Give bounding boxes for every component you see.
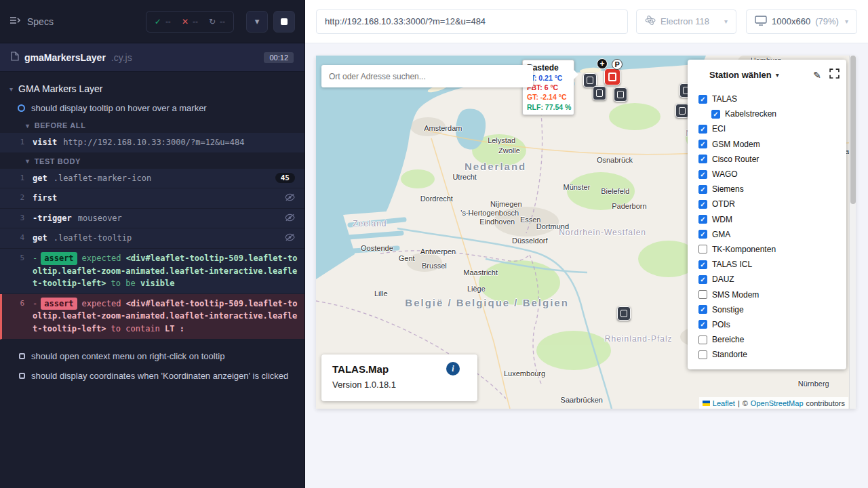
- layer-checkbox[interactable]: ✓: [698, 155, 707, 163]
- copyright-symbol: ©: [743, 399, 748, 407]
- search-input[interactable]: [321, 72, 533, 81]
- layer-checkbox[interactable]: ✓: [698, 140, 707, 148]
- command-number: 3: [0, 212, 33, 224]
- layer-checkbox-row[interactable]: ✓Kabelstrecken: [694, 106, 840, 121]
- layer-checkbox[interactable]: ✓: [698, 275, 707, 284]
- layer-checkbox[interactable]: ✓: [698, 260, 707, 269]
- command-body: -assertexpected <div#leaflet-tooltip-509…: [33, 298, 299, 336]
- tooltip-values: LT: 0.21 °CFBT: 6 °CGT: -2.14 °CRLF: 77.…: [527, 73, 570, 112]
- map-attribution: Leaflet | © OpenStreetMap contributors: [699, 397, 848, 409]
- layer-checkbox-row[interactable]: ✓WDM: [694, 212, 840, 227]
- layer-checkbox[interactable]: ✓: [698, 200, 707, 209]
- hidden-element-icon: [285, 214, 295, 224]
- layer-checkbox-row[interactable]: Bereiche: [694, 332, 840, 347]
- command-row[interactable]: 5-assertexpected <div#leaflet-tooltip-50…: [0, 249, 304, 294]
- station-dropdown[interactable]: Station wählen: [709, 70, 772, 80]
- layer-checkbox-row[interactable]: ✓DAUZ: [694, 272, 840, 287]
- layer-label: Sonstige: [712, 305, 744, 314]
- command-args: mouseover: [78, 214, 122, 223]
- command-row[interactable]: 3-triggermouseover: [0, 209, 304, 229]
- layer-checkbox-row[interactable]: ✓GSM Modem: [694, 137, 840, 152]
- hidden-element-icon: [285, 193, 295, 203]
- viewport-select[interactable]: 1000x660 (79%) ▾: [746, 9, 857, 34]
- map-marker-station[interactable]: [614, 87, 627, 102]
- pending-test-row[interactable]: should display coordinates when 'Koordin…: [0, 366, 304, 386]
- chevron-down-icon[interactable]: ▾: [776, 71, 779, 79]
- scrollbar-thumb[interactable]: [850, 56, 856, 204]
- layer-checkbox[interactable]: ✓: [698, 230, 707, 239]
- command-args: .leaflet-marker-icon: [54, 174, 152, 183]
- command-row[interactable]: 4get.leaflet-tooltip: [0, 228, 304, 249]
- layer-checkbox-row[interactable]: TK-Komponenten: [694, 242, 840, 257]
- command-row[interactable]: 1visithttp://192.168.10.33:3000/?m=12&u=…: [0, 133, 304, 153]
- map-marker-station[interactable]: [593, 86, 606, 100]
- layer-checkbox-row[interactable]: SMS Modem: [694, 287, 840, 302]
- attribution-separator: |: [738, 399, 740, 407]
- page-scrollbar[interactable]: [849, 56, 856, 409]
- specs-menu-icon[interactable]: [9, 16, 20, 28]
- map-marker-station[interactable]: [583, 73, 597, 87]
- layer-checkbox-row[interactable]: ✓WAGO: [694, 167, 840, 182]
- reporter-actions: ▾: [246, 11, 295, 33]
- stat-pending: ↻--: [209, 17, 225, 26]
- command-number: 5: [0, 252, 33, 264]
- layer-checkbox[interactable]: ✓: [698, 125, 707, 134]
- layer-checkbox[interactable]: [698, 290, 707, 299]
- layer-checkbox-row[interactable]: ✓Siemens: [694, 182, 840, 197]
- layer-checkbox-row[interactable]: ✓TALAS: [694, 92, 840, 106]
- layer-checkbox-row[interactable]: ✓TALAS ICL: [694, 257, 840, 272]
- url-input[interactable]: [316, 9, 628, 34]
- about-box: TALAS.Map i Version 1.0.18.1: [321, 354, 477, 401]
- info-icon[interactable]: i: [446, 362, 460, 375]
- layer-checkbox[interactable]: ✓: [698, 185, 707, 194]
- expand-icon[interactable]: [829, 68, 840, 81]
- tooltip-row: RLF: 77.54 %: [527, 102, 570, 112]
- specs-title[interactable]: Specs: [27, 16, 54, 27]
- attribution-suffix: contributors: [806, 399, 845, 407]
- layer-checkbox[interactable]: ✓: [698, 95, 707, 104]
- command-number: 2: [0, 192, 33, 204]
- layer-label: TALAS: [712, 94, 737, 104]
- map-marker-station[interactable]: [617, 306, 631, 321]
- collapse-all-button[interactable]: ▾: [246, 11, 268, 33]
- suite-row[interactable]: ▾ GMA Markers Layer: [0, 79, 304, 99]
- chevron-down-icon: ▾: [724, 18, 728, 25]
- layer-checkbox[interactable]: [698, 245, 707, 253]
- layer-checkbox[interactable]: [698, 350, 707, 359]
- assert-part: expected: [82, 299, 126, 308]
- leaflet-link[interactable]: Leaflet: [713, 399, 735, 407]
- section-header[interactable]: ▾BEFORE ALL: [0, 117, 304, 133]
- reporter-topbar: Specs ✓--✕--↻-- ▾: [0, 0, 304, 43]
- layer-checkbox[interactable]: ✓: [698, 305, 707, 314]
- command-row[interactable]: 2first: [0, 188, 304, 209]
- browser-select[interactable]: Electron 118 ▾: [636, 9, 736, 34]
- spec-header[interactable]: gmaMarkersLayer .cy.js 00:12: [0, 43, 304, 72]
- layer-checkbox-row[interactable]: ✓POIs: [694, 317, 840, 332]
- layer-checkbox-row[interactable]: ✓GMA: [694, 227, 840, 242]
- command-number: 4: [0, 232, 33, 244]
- osm-link[interactable]: OpenStreetMap: [751, 399, 804, 407]
- command-row[interactable]: 6-assertexpected <div#leaflet-tooltip-50…: [0, 294, 304, 340]
- command-body: get.leaflet-tooltip: [33, 232, 279, 245]
- section-header[interactable]: ▾TEST BODY: [0, 153, 304, 169]
- layer-checkbox[interactable]: [698, 336, 707, 344]
- command-row[interactable]: 1get.leaflet-marker-icon45: [0, 169, 304, 189]
- active-test-row[interactable]: should display tooltip on hover over a m…: [0, 99, 304, 117]
- layer-checkbox-row[interactable]: ✓Cisco Router: [694, 152, 840, 167]
- edit-pencil-icon[interactable]: ✎: [813, 70, 821, 81]
- caret-down-icon: ▾: [26, 157, 30, 165]
- leaflet-map[interactable]: HamburgBremenNiedersachsenHannoverOsnabr…: [316, 56, 856, 409]
- layer-checkbox-row[interactable]: ✓ECI: [694, 121, 840, 136]
- layer-checkbox[interactable]: ✓: [711, 110, 720, 119]
- layer-checkbox[interactable]: ✓: [698, 215, 707, 224]
- layer-checkbox-row[interactable]: Standorte: [694, 347, 840, 362]
- layer-checkbox-row[interactable]: ✓Sonstige: [694, 302, 840, 317]
- stop-run-button[interactable]: [273, 11, 295, 33]
- pending-test-row[interactable]: should open context menu on right-click …: [0, 346, 304, 366]
- layer-checkbox[interactable]: ✓: [698, 170, 707, 179]
- layer-checkbox[interactable]: ✓: [698, 320, 707, 329]
- layer-checkbox-row[interactable]: ✓OTDR: [694, 197, 840, 211]
- map-marker-plus[interactable]: +: [597, 58, 608, 69]
- tooltip-row: LT: 0.21 °C: [527, 73, 570, 83]
- map-marker-red[interactable]: [604, 68, 620, 85]
